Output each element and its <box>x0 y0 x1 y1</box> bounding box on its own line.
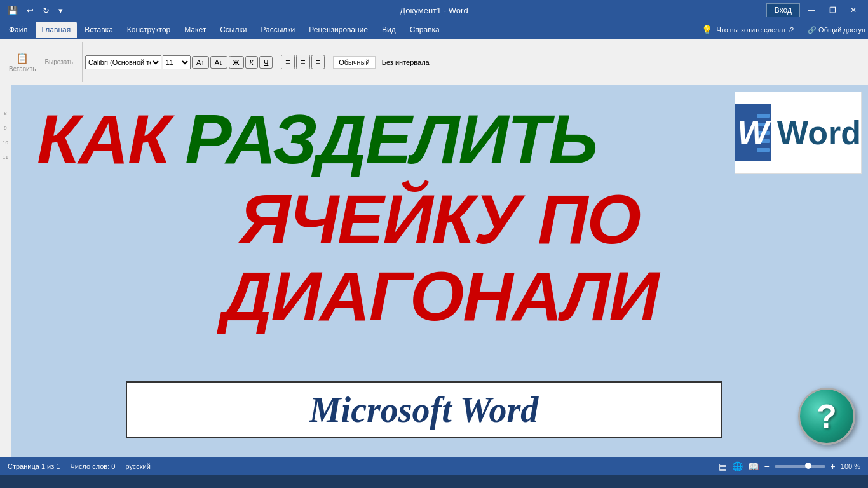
share-button[interactable]: 🔗 Общий доступ <box>808 26 865 34</box>
word-logo: W Word <box>735 92 862 174</box>
word-logo-text: Word <box>777 114 861 152</box>
styles-group: Обычный Без интервала <box>333 42 440 82</box>
underline-button[interactable]: Ч <box>259 56 273 69</box>
help-button[interactable]: ? <box>798 388 855 445</box>
title-bar: 💾 ↩ ↻ ▾ Документ1 - Word Вход — ❐ ✕ <box>0 0 868 20</box>
title-bar-left: 💾 ↩ ↻ ▾ <box>5 4 65 17</box>
normal-style[interactable]: Обычный <box>333 56 376 69</box>
minimize-button[interactable]: — <box>801 3 822 17</box>
window-title: Документ1 - Word <box>400 6 468 15</box>
status-bar: Страница 1 из 1 Число слов: 0 русский ▤ … <box>0 458 868 475</box>
tab-insert[interactable]: Вставка <box>78 22 119 38</box>
save-icon[interactable]: 💾 <box>5 4 20 17</box>
no-interval-style[interactable]: Без интервала <box>377 57 435 68</box>
print-layout-view-button[interactable]: ▤ <box>719 461 727 471</box>
heading-line3: ДИАГОНАЛИ <box>37 257 843 334</box>
align-left-button[interactable]: ≡ <box>281 55 295 69</box>
status-left: Страница 1 из 1 Число слов: 0 русский <box>8 463 151 470</box>
content-area: КАК РАЗДЕЛИТЬ ЯЧЕЙКУ ПО ДИАГОНАЛИ W <box>11 85 868 458</box>
bold-button[interactable]: Ж <box>229 56 244 69</box>
what-bar-label[interactable]: Что вы хотите сделать? <box>716 26 794 34</box>
lightbulb-icon: 💡 <box>702 25 712 35</box>
zoom-out-button[interactable]: − <box>764 461 769 471</box>
restore-button[interactable]: ❐ <box>823 3 843 17</box>
align-right-button[interactable]: ≡ <box>311 55 325 69</box>
tab-references[interactable]: Ссылки <box>214 22 253 38</box>
tab-mailings[interactable]: Рассылки <box>254 22 301 38</box>
status-right: ▤ 🌐 📖 − + 100 % <box>719 461 860 471</box>
thumbnail-overlay: КАК РАЗДЕЛИТЬ ЯЧЕЙКУ ПО ДИАГОНАЛИ W <box>11 85 868 458</box>
tab-view[interactable]: Вид <box>376 22 402 38</box>
paragraph-group: ≡ ≡ ≡ <box>281 42 330 82</box>
align-center-button[interactable]: ≡ <box>296 55 310 69</box>
page-status: Страница 1 из 1 <box>8 463 60 470</box>
tab-help[interactable]: Справка <box>403 22 446 38</box>
title-bar-right: Вход — ❐ ✕ <box>766 3 863 17</box>
tab-home[interactable]: Главная <box>36 22 78 38</box>
close-button[interactable]: ✕ <box>844 3 863 17</box>
main-area: 8 9 10 11 КАК РАЗДЕЛИТЬ ЯЧЕЙКУ ПО ДИАГОН… <box>0 85 868 458</box>
clipboard-group: 📋 Вставить Вырезать <box>5 42 83 82</box>
heading-line1-green: РАЗДЕЛИТЬ <box>185 100 597 178</box>
tab-file[interactable]: Файл <box>3 22 34 38</box>
microsoft-word-text: Microsoft Word <box>309 390 538 430</box>
heading-line2: ЯЧЕЙКУ ПО <box>37 180 843 257</box>
ruler-left: 8 9 10 11 <box>0 85 11 458</box>
zoom-percentage: 100 % <box>841 463 860 470</box>
language-status: русский <box>125 463 150 470</box>
ribbon-tabs: Файл Главная Вставка Конструктор Макет С… <box>0 20 868 39</box>
heading-line1-red: КАК <box>37 100 170 178</box>
word-count-status: Число слов: 0 <box>70 463 115 470</box>
microsoft-word-box: Microsoft Word <box>126 381 722 438</box>
login-button[interactable]: Вход <box>766 3 800 17</box>
font-group: Calibri (Основной тек... 11 A↑ A↓ Ж К Ч <box>85 42 278 82</box>
word-w-letter: W <box>738 114 769 152</box>
undo-icon[interactable]: ↩ <box>24 4 36 17</box>
read-mode-button[interactable]: 📖 <box>748 461 759 471</box>
zoom-slider[interactable] <box>775 465 825 468</box>
toolbar: 📋 Вставить Вырезать Calibri (Основной те… <box>0 39 868 85</box>
word-icon-box: W <box>735 104 771 161</box>
tab-review[interactable]: Рецензирование <box>302 22 374 38</box>
customize-qat-icon[interactable]: ▾ <box>56 4 65 17</box>
zoom-thumb[interactable] <box>805 463 811 469</box>
paste-button[interactable]: 📋 Вставить <box>5 50 39 75</box>
cut-button[interactable]: Вырезать <box>41 56 76 68</box>
tab-design[interactable]: Конструктор <box>121 22 177 38</box>
web-layout-view-button[interactable]: 🌐 <box>732 461 743 471</box>
font-size-select[interactable]: 11 <box>163 55 191 69</box>
decrease-font-button[interactable]: A↓ <box>210 56 227 69</box>
help-question-mark: ? <box>817 397 837 435</box>
tab-layout[interactable]: Макет <box>178 22 212 38</box>
italic-button[interactable]: К <box>245 56 258 69</box>
redo-icon[interactable]: ↻ <box>40 4 52 17</box>
increase-font-button[interactable]: A↑ <box>192 56 209 69</box>
font-family-select[interactable]: Calibri (Основной тек... <box>85 55 161 69</box>
zoom-in-button[interactable]: + <box>831 461 836 471</box>
